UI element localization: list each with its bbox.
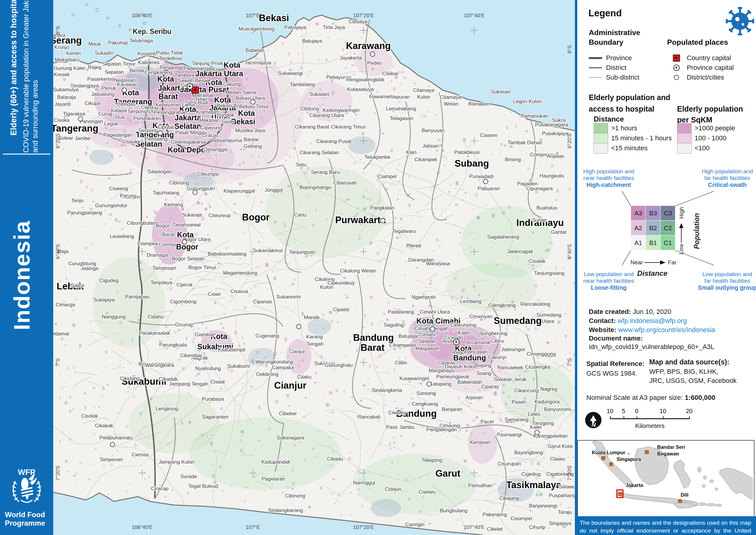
map-label: Sukadiri [95, 50, 113, 56]
website-link[interactable]: www.wfp.org/countries/indonesia [618, 326, 715, 334]
map-label: Cikampek [414, 157, 437, 163]
map-label: Sukatani [309, 91, 329, 98]
map-label: Banjaran [442, 407, 462, 412]
map-label: Koja [212, 67, 223, 72]
map-label: Sukaresmi [276, 294, 300, 300]
map-label: Cibeber [279, 411, 297, 417]
map-label: Saguling [384, 322, 404, 328]
map-label: Cibodas [117, 101, 135, 107]
map-label: Garut Kota [547, 443, 573, 449]
map-label: Nanggung [102, 314, 126, 320]
city-marker [158, 131, 163, 136]
legend-swatch [677, 133, 691, 144]
map-label: Sukasari [491, 89, 511, 95]
map-label: Sagalaherang [487, 234, 519, 240]
map-label: Sukajaya [94, 297, 115, 303]
city-marker [535, 430, 540, 435]
map-label: Tanjung Priok [192, 61, 223, 67]
legend-swatch [677, 143, 691, 154]
map-label: Leuwidamar [53, 331, 70, 337]
city-marker [122, 88, 127, 93]
map-label: Sukaraja [182, 212, 202, 218]
map-label: Klari [406, 150, 416, 155]
city-marker [427, 382, 432, 387]
map-label: Pamanukan [521, 113, 548, 119]
map-label: Cijeruk [177, 282, 193, 288]
map-label: Anjatan [547, 153, 564, 159]
map-label: Rawamerta [369, 94, 396, 100]
map-label: Rancakalong [520, 301, 550, 307]
map-label: Klapanunggal [223, 188, 255, 194]
map-label: Cikakak [95, 423, 113, 429]
inset-city-marker [678, 499, 682, 503]
map-label: Cileunyi [488, 354, 506, 360]
map-label: Cigombong [170, 299, 197, 305]
map-label: Cisolok [81, 413, 98, 419]
map-label: Cisewu [419, 489, 435, 495]
map-label: Selatan [175, 122, 201, 131]
map-label: Bogor [176, 242, 198, 251]
graticule-label: 107°20'E [353, 13, 374, 19]
map-label: Purabaya [202, 396, 224, 402]
map-label: Ciparay [481, 384, 499, 390]
map-label: Cibitung [300, 106, 319, 112]
map-label: Paseh [512, 399, 526, 405]
scale-tick-label: 10 [659, 408, 666, 415]
dist-axis-far: Far [668, 259, 677, 266]
map-label: Puspahiang [549, 493, 575, 499]
map-label: Sukamulya [53, 87, 79, 93]
sidebar-divider [3, 154, 50, 155]
map-label: Plered [406, 243, 421, 249]
map-label: Cikancung [515, 388, 539, 394]
map-label: Ngamprah [411, 294, 435, 300]
map-label: Cibiru [490, 338, 504, 344]
map-label: Nyalindung [195, 366, 221, 372]
map-label: Cihampelas [389, 342, 416, 349]
map-label: Dramaga [147, 252, 168, 258]
scale-unit: Kilometers [635, 422, 665, 430]
map-label: Pulau Tidak [156, 50, 183, 56]
map-label: Banjarwangi [529, 503, 557, 509]
map-label: Cikelet [487, 526, 503, 532]
matrix-cell-C1: C1 [660, 235, 675, 250]
map-label: Purwadadi [469, 174, 493, 180]
map-label: Pagelaran [262, 476, 285, 482]
map-label: Benda [129, 68, 144, 74]
map-label: Cibarusah [333, 180, 357, 186]
inset-overview-map: Kuala LumpurSingapuraBandar SeriBegawanJ… [577, 440, 754, 517]
map-label: Parakansalak [139, 330, 170, 336]
map-label: Bekasi Timur [239, 104, 269, 110]
contact-email-link[interactable]: wfp.indonesia@wfp.org [618, 317, 687, 324]
map-label: Ciemas [131, 452, 149, 458]
legend-swatch-label: >1000 people [695, 124, 735, 132]
map-label: Citeureup [209, 212, 231, 219]
map-label: Cikidang [120, 376, 140, 382]
matrix-cell-B2: B2 [646, 220, 660, 235]
map-label: Purwakarta [335, 215, 385, 226]
map-label: Ciracap [151, 486, 169, 492]
map-label: Ciasem [480, 132, 497, 138]
map-label: Tenjolaya [151, 280, 172, 286]
map-label: Cihurip [529, 524, 545, 530]
map-label: Makasar [199, 117, 219, 124]
country-name: Indonesia [9, 220, 35, 330]
map-label: Bogor [156, 223, 169, 229]
map-label: Cilaku [297, 374, 311, 380]
city-marker [182, 239, 187, 245]
map-label: Rajeg [88, 65, 101, 70]
map-label: Simpenan [100, 457, 123, 463]
map-label: Cibeunying [450, 322, 476, 328]
map-label: Taraju [558, 509, 572, 515]
website: Website: www.wfp.org/countries/indonesia [589, 326, 715, 334]
map-label: Kep. Seribu [133, 28, 172, 36]
map-label: Tegal Buleud [188, 483, 218, 489]
map-label: Tanahsareal [173, 222, 201, 228]
map-label: Katapang [430, 381, 452, 387]
org-name-line1: World Food [5, 511, 45, 519]
map-label: Binong [505, 157, 521, 163]
map-subtitle-line1: COVID-19 vulnerable population in Greate… [22, 0, 30, 153]
province-capital-marker [187, 83, 193, 90]
map-label: Balaraja [57, 94, 76, 100]
map-label: Margahayu [429, 368, 454, 374]
map-label: Cisompet [511, 516, 532, 522]
